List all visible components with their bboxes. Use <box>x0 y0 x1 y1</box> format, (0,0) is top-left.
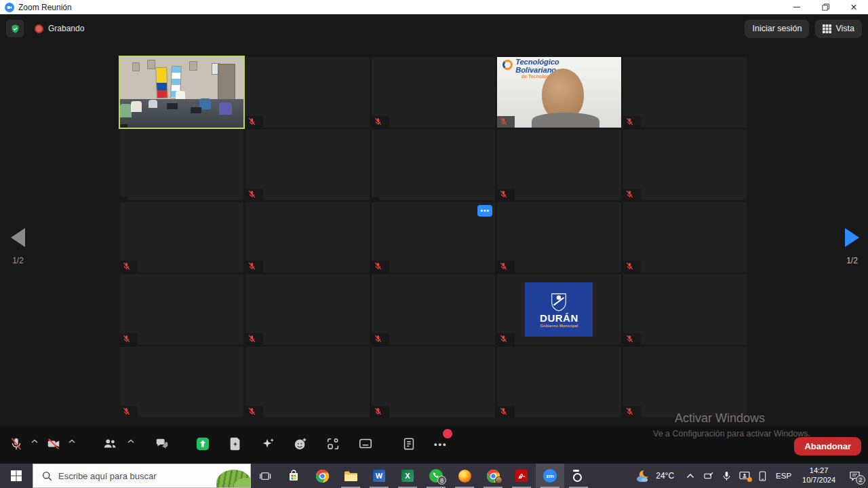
security-shield-icon[interactable] <box>6 20 24 37</box>
participant-tile[interactable] <box>372 130 495 200</box>
mic-muted-icon <box>626 190 633 198</box>
tile-more-options-button[interactable]: ••• <box>477 205 492 217</box>
taskbar-app-opera[interactable] <box>564 464 593 488</box>
participant-tile[interactable] <box>120 347 243 417</box>
chrome-profile-icon <box>487 470 500 483</box>
screen-share-icon[interactable] <box>739 471 750 481</box>
task-view-button[interactable] <box>251 464 279 488</box>
microphone-icon[interactable] <box>723 471 730 481</box>
participant-tile[interactable] <box>120 130 243 200</box>
start-button[interactable] <box>0 464 33 488</box>
minimize-icon[interactable] <box>783 0 811 14</box>
participant-tile[interactable] <box>245 347 369 417</box>
participant-tile[interactable] <box>623 57 747 128</box>
toolbar-ai-button[interactable] <box>252 426 284 464</box>
participant-name-label <box>372 116 389 128</box>
participant-tile[interactable] <box>120 202 243 273</box>
view-button[interactable]: Vista <box>815 20 862 38</box>
taskbar-app-word[interactable]: W <box>365 464 393 488</box>
participant-tile[interactable] <box>623 347 747 417</box>
mic-muted-icon <box>626 117 633 126</box>
participant-tile[interactable]: TecnológicoBolivarianode Tecnología <box>497 57 620 128</box>
qa-icon <box>155 436 170 451</box>
participant-name-label <box>623 406 641 417</box>
clock-date: 10/7/2024 <box>802 476 835 485</box>
taskbar-app-chrome[interactable] <box>308 464 336 488</box>
participant-tile[interactable] <box>497 202 620 273</box>
ai-icon <box>260 436 275 451</box>
participant-tile[interactable] <box>623 202 747 273</box>
taskbar-app-excel[interactable]: X <box>393 464 422 488</box>
notification-badge: 2 <box>856 475 865 485</box>
opera-icon <box>572 470 585 482</box>
weather-widget[interactable]: 24°C <box>627 464 682 488</box>
participant-tile[interactable] <box>245 274 369 345</box>
participant-name-label <box>245 261 263 272</box>
participant-tile[interactable]: ••• <box>372 202 495 273</box>
gallery-prev-page[interactable]: 1/2 <box>11 228 25 265</box>
toolbar-notes-button[interactable] <box>393 426 425 464</box>
participant-tile[interactable] <box>623 274 747 345</box>
windows-logo-icon <box>11 470 22 481</box>
whiteboard-icon <box>358 436 373 451</box>
toolbar-whiteboards-button[interactable] <box>349 426 382 464</box>
participant-name-label <box>497 189 515 200</box>
toolbar-video-button[interactable] <box>37 426 75 464</box>
chevron-up-icon[interactable] <box>686 473 694 478</box>
video-feed-room <box>120 57 243 128</box>
mic-muted-icon <box>500 117 507 126</box>
participant-name-label <box>245 333 263 345</box>
toolbar-audio-button[interactable] <box>0 426 37 464</box>
grid-view-icon <box>823 24 831 33</box>
toolbar-more-button[interactable]: ••• <box>425 426 456 464</box>
participant-tile[interactable]: DURÁNGobierno Municipal <box>497 274 620 345</box>
taskbar-search-input[interactable]: Escribe aquí para buscar <box>33 464 251 488</box>
participant-tile[interactable] <box>120 57 243 128</box>
toolbar-summary-button[interactable] <box>219 426 252 464</box>
taskbar-app-file-explorer[interactable] <box>336 464 365 488</box>
leave-meeting-button[interactable]: Abandonar <box>794 437 861 455</box>
participant-tile[interactable] <box>497 130 620 200</box>
participant-tile[interactable] <box>245 130 369 200</box>
recording-indicator[interactable]: Grabando <box>35 24 84 33</box>
taskbar-app-chrome-profile[interactable] <box>479 464 507 488</box>
restore-icon[interactable] <box>811 0 840 14</box>
participant-tile[interactable] <box>372 57 495 128</box>
participant-tile[interactable] <box>120 274 243 345</box>
taskbar-app-microsoft-store[interactable] <box>279 464 308 488</box>
mic-muted-icon <box>500 262 507 270</box>
tablet-pen-icon[interactable] <box>703 471 714 481</box>
video-options-chevron-icon[interactable] <box>68 436 75 445</box>
participant-tile[interactable] <box>623 130 747 200</box>
participant-tile[interactable] <box>497 347 620 417</box>
toolbar-share-button[interactable] <box>186 426 219 464</box>
mic-muted-icon <box>374 407 382 415</box>
sign-in-button[interactable]: Iniciar sesión <box>745 20 809 38</box>
gallery-next-page[interactable]: 1/2 <box>845 228 859 265</box>
participant-tile[interactable] <box>245 202 369 273</box>
toolbar-participants-button[interactable] <box>94 426 134 464</box>
toolbar-reactions-button[interactable] <box>284 426 317 464</box>
taskbar-clock[interactable]: 14:27 10/7/2024 <box>797 464 841 488</box>
taskbar-app-whatsapp[interactable]: 8 <box>422 464 450 488</box>
toolbar-apps-button[interactable] <box>317 426 349 464</box>
more-icon: ••• <box>434 439 448 449</box>
phone-link-icon[interactable] <box>759 471 766 481</box>
mic-muted-icon <box>374 262 382 270</box>
close-icon[interactable]: × <box>840 0 868 14</box>
taskbar-app-zoom[interactable]: zm <box>536 464 564 488</box>
video-feed-person: TecnológicoBolivarianode Tecnología <box>497 57 620 128</box>
file-explorer-icon <box>344 470 357 482</box>
participant-name-label <box>623 189 641 200</box>
participant-tile[interactable] <box>245 57 369 128</box>
participant-tile[interactable] <box>372 274 495 345</box>
toolbar-qa-button[interactable] <box>146 426 178 464</box>
participant-tile[interactable] <box>372 347 495 417</box>
participant-name-label <box>623 116 641 128</box>
taskbar-app-firefox[interactable] <box>450 464 479 488</box>
taskbar-app-acrobat[interactable] <box>507 464 536 488</box>
notification-center-button[interactable]: 2 <box>841 464 868 488</box>
participants-options-chevron-icon[interactable] <box>127 436 134 445</box>
language-indicator[interactable]: ESP <box>770 464 797 488</box>
recording-label: Grabando <box>48 24 84 33</box>
